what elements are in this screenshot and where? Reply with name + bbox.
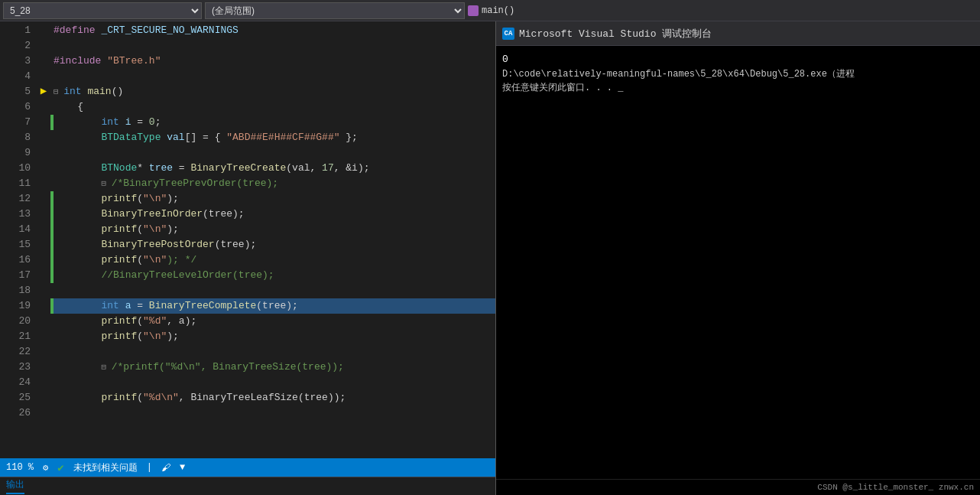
code-line: BTNode* tree = BinaryTreeCreate(val, 17,… bbox=[50, 161, 495, 176]
token-str: "BTree.h" bbox=[107, 55, 161, 67]
output-tab-label[interactable]: 输出 bbox=[6, 478, 24, 494]
collapse-icon[interactable]: ⊟ bbox=[101, 363, 111, 372]
gutter: ▶ bbox=[37, 21, 50, 458]
token-num: 0 bbox=[149, 116, 155, 128]
file-selector[interactable]: 5_28 bbox=[3, 2, 202, 19]
console-output-path: D:\code\relatively-meaningful-names\5_28… bbox=[502, 67, 974, 81]
scope-selector[interactable]: (全局范围) bbox=[205, 2, 465, 19]
token-func-name: printf bbox=[101, 315, 137, 327]
output-panel: 输出 bbox=[0, 477, 495, 495]
line-number: 23 bbox=[0, 360, 31, 375]
token-var: i bbox=[125, 116, 138, 128]
line-number: 7 bbox=[0, 115, 31, 130]
token-punct: (tree); bbox=[203, 208, 245, 220]
token-kw: int bbox=[101, 116, 125, 128]
code-line bbox=[50, 69, 495, 84]
code-lines[interactable]: #define _CRT_SECURE_NO_WARNINGS#include … bbox=[50, 21, 495, 458]
token-str: "\n" bbox=[143, 223, 167, 235]
token-punct: (tree); bbox=[215, 239, 257, 250]
code-line bbox=[50, 145, 495, 161]
line-number: 25 bbox=[0, 390, 31, 405]
no-issues-icon: ✔ bbox=[57, 461, 63, 474]
code-tokens: #define _CRT_SECURE_NO_WARNINGS bbox=[54, 23, 239, 38]
line-number: 18 bbox=[0, 283, 31, 298]
token-str: "%d" bbox=[143, 315, 167, 327]
token-punct: ( bbox=[137, 193, 143, 204]
token-punct: ( bbox=[137, 223, 143, 235]
token-punct: ( bbox=[137, 254, 143, 265]
line-number: 14 bbox=[0, 222, 31, 237]
line-number: 26 bbox=[0, 405, 31, 421]
collapse-icon[interactable]: ⊟ bbox=[54, 87, 63, 96]
line-number: 10 bbox=[0, 161, 31, 176]
no-issues-label: 未找到相关问题 bbox=[73, 461, 138, 474]
token-func-name: BinaryTreeComplete bbox=[149, 300, 256, 311]
line-number: 6 bbox=[0, 99, 31, 115]
token-punct: ); bbox=[167, 193, 179, 204]
execution-arrow-icon: ▶ bbox=[41, 84, 47, 97]
token-func-name: main bbox=[87, 86, 111, 97]
code-tokens: ⊟ int main() bbox=[54, 84, 123, 99]
token-punct: (tree); bbox=[256, 300, 298, 311]
code-line: //BinaryTreeLevelOrder(tree); bbox=[50, 268, 495, 283]
token-func-name: BinaryTreeInOrder bbox=[101, 208, 203, 220]
main-area: 1234567891011121314151617181920212223242… bbox=[0, 21, 980, 495]
token-var: tree bbox=[149, 162, 179, 174]
code-line bbox=[50, 38, 495, 54]
code-tokens: printf("\n"); bbox=[54, 329, 179, 344]
line-number: 1 bbox=[0, 23, 31, 38]
func-icon bbox=[468, 5, 479, 16]
token-func-name: printf bbox=[101, 331, 137, 342]
code-tokens: printf("%d", a); bbox=[54, 314, 196, 329]
code-tokens: BTNode* tree = BinaryTreeCreate(val, 17,… bbox=[54, 161, 370, 176]
status-bar: 110 % ⚙ ✔ 未找到相关问题 | 🖌 ▼ bbox=[0, 458, 495, 477]
token-punct: { bbox=[77, 101, 83, 112]
token-punct: [] = { bbox=[185, 132, 227, 143]
collapse-icon[interactable]: ⊟ bbox=[101, 179, 111, 188]
code-tokens: int i = 0; bbox=[54, 115, 161, 130]
code-editor: 1234567891011121314151617181920212223242… bbox=[0, 21, 495, 495]
token-str: "ABD##E#H##CF##G##" bbox=[226, 132, 339, 143]
console-panel: CA Microsoft Visual Studio 调试控制台 0 D:\co… bbox=[495, 21, 980, 495]
code-line bbox=[50, 344, 495, 360]
token-kw: int bbox=[63, 86, 87, 97]
line-number: 17 bbox=[0, 268, 31, 283]
token-var: a bbox=[125, 300, 138, 311]
code-content: 1234567891011121314151617181920212223242… bbox=[0, 21, 495, 458]
code-line: { bbox=[50, 99, 495, 115]
code-tokens: ⊟ /*BinaryTreePrevOrder(tree); bbox=[54, 176, 278, 191]
token-punct: * bbox=[137, 162, 149, 174]
console-output-number: 0 bbox=[502, 52, 974, 67]
token-str: "\n" bbox=[143, 193, 167, 204]
code-tokens: int a = BinaryTreeComplete(tree); bbox=[54, 298, 298, 314]
token-func-name: printf bbox=[101, 254, 137, 265]
brush-dropdown[interactable]: ▼ bbox=[180, 462, 185, 473]
line-number: 16 bbox=[0, 252, 31, 268]
line-number: 12 bbox=[0, 191, 31, 207]
token-kw: int bbox=[101, 300, 125, 311]
code-line: printf("%d\n", BinaryTreeLeafSize(tree))… bbox=[50, 390, 495, 405]
token-punct: , &i); bbox=[334, 162, 370, 174]
code-tokens: ⊟ /*printf("%d\n", BinaryTreeSize(tree))… bbox=[54, 360, 344, 375]
code-line: ⊟ /*printf("%d\n", BinaryTreeSize(tree))… bbox=[50, 360, 495, 375]
intellisense-icon: ⚙ bbox=[43, 462, 48, 474]
token-func-name: printf bbox=[101, 193, 137, 204]
code-tokens: printf("\n"); bbox=[54, 222, 179, 237]
code-tokens: BTDataType val[] = { "ABD##E#H##CF##G##"… bbox=[54, 130, 358, 145]
code-line: printf("%d", a); bbox=[50, 314, 495, 329]
token-type: BTDataType bbox=[101, 132, 167, 143]
token-punct: , BinaryTreeLeafSize(tree)); bbox=[179, 392, 346, 403]
console-output-press: 按任意键关闭此窗口. . . _ bbox=[502, 81, 974, 95]
line-number: 3 bbox=[0, 54, 31, 69]
code-line: BinaryTreeInOrder(tree); bbox=[50, 207, 495, 222]
function-selector: main() bbox=[468, 5, 514, 16]
code-line: BTDataType val[] = { "ABD##E#H##CF##G##"… bbox=[50, 130, 495, 145]
line-number: 2 bbox=[0, 38, 31, 54]
line-number: 5 bbox=[0, 84, 31, 99]
code-tokens: BinaryTreeInOrder(tree); bbox=[54, 207, 245, 222]
line-number: 21 bbox=[0, 329, 31, 344]
token-kw2: #include bbox=[54, 55, 107, 67]
token-func-name: printf bbox=[101, 392, 137, 403]
line-number: 24 bbox=[0, 375, 31, 390]
token-func-name: BinaryTreePostOrder bbox=[101, 239, 214, 250]
